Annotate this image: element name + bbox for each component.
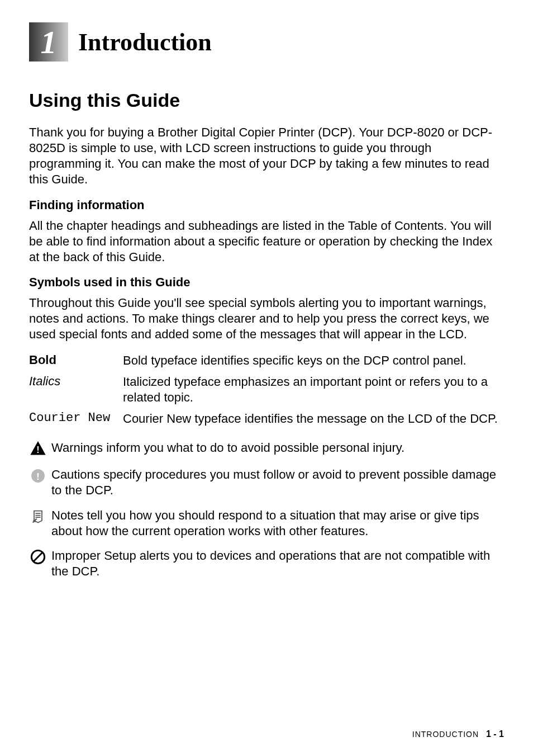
warning-text: Warnings inform you what to do to avoid … (51, 440, 404, 456)
symbols-paragraph: Throughout this Guide you'll see special… (29, 295, 504, 342)
intro-paragraph: Thank you for buying a Brother Digital C… (29, 125, 504, 188)
note-icon (29, 508, 47, 526)
caution-block: ! Cautions specify procedures you must f… (29, 467, 504, 498)
bold-description: Bold typeface identifies specific keys o… (123, 353, 467, 368)
note-block: Notes tell you how you should respond to… (29, 508, 504, 539)
table-row: Bold Bold typeface identifies specific k… (29, 353, 504, 368)
italics-description: Italicized typeface emphasizes an import… (123, 374, 504, 405)
footer-page-number: 1 - 1 (486, 729, 504, 739)
svg-text:!: ! (36, 445, 39, 455)
svg-text:!: ! (36, 471, 40, 482)
italics-label: Italics (29, 374, 123, 405)
symbols-heading: Symbols used in this Guide (29, 275, 504, 290)
note-text: Notes tell you how you should respond to… (51, 508, 504, 539)
section-title: Using this Guide (29, 89, 504, 111)
svg-line-4 (34, 552, 42, 561)
bold-label: Bold (29, 353, 123, 368)
improper-setup-block: Improper Setup alerts you to devices and… (29, 548, 504, 579)
table-row: Courier New Courier New typeface identif… (29, 411, 504, 427)
prohibition-icon (29, 548, 47, 566)
footer-label: INTRODUCTION (412, 730, 479, 739)
courier-description: Courier New typeface identifies the mess… (123, 411, 498, 427)
typeface-table: Bold Bold typeface identifies specific k… (29, 353, 504, 427)
finding-info-paragraph: All the chapter headings and subheadings… (29, 218, 504, 265)
warning-block: ! Warnings inform you what to do to avoi… (29, 440, 504, 458)
table-row: Italics Italicized typeface emphasizes a… (29, 374, 504, 405)
chapter-number: 1 (41, 23, 57, 61)
chapter-header: 1 Introduction (29, 22, 504, 62)
chapter-title: Introduction (78, 28, 212, 56)
caution-icon: ! (29, 467, 47, 485)
caution-text: Cautions specify procedures you must fol… (51, 467, 504, 498)
warning-icon: ! (29, 440, 47, 458)
chapter-number-box: 1 (29, 22, 68, 62)
page-footer: INTRODUCTION 1 - 1 (412, 729, 504, 739)
finding-info-heading: Finding information (29, 198, 504, 212)
improper-setup-text: Improper Setup alerts you to devices and… (51, 548, 504, 579)
courier-label: Courier New (29, 411, 123, 427)
